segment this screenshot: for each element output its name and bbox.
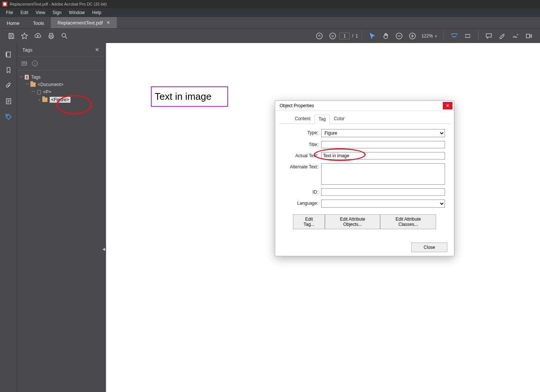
zoom-out-icon[interactable] <box>395 32 403 40</box>
star-icon[interactable] <box>21 32 28 40</box>
page-number: / 1 <box>339 33 358 39</box>
tab-document-label: ReplacementText.pdf <box>57 20 103 26</box>
svg-point-0 <box>62 33 66 37</box>
label-type: Type: <box>284 129 321 135</box>
menu-view[interactable]: View <box>32 10 49 15</box>
menu-sign[interactable]: Sign <box>49 10 65 15</box>
tab-tools[interactable]: Tools <box>26 18 51 28</box>
tags-panel: Tags ✕ ﹀ Tags ﹀ <Document> ﹀ <P> <box>17 43 105 392</box>
tree-root-label: Tags <box>31 75 40 80</box>
content-icon[interactable] <box>4 97 13 105</box>
edit-attribute-classes-button[interactable]: Edit Attribute Classes... <box>380 214 436 229</box>
tree-root[interactable]: ﹀ Tags <box>19 73 102 81</box>
language-select[interactable] <box>321 200 445 208</box>
label-title: Title: <box>284 141 321 147</box>
label-language: Language: <box>284 200 321 206</box>
label-actual-text: Actual Text: <box>284 152 321 158</box>
options-menu-icon[interactable] <box>21 60 28 67</box>
svg-rect-5 <box>7 52 10 57</box>
tree-p[interactable]: ﹀ <P> <box>19 88 102 96</box>
hand-tool-icon[interactable] <box>382 32 389 40</box>
row-title: Title: <box>284 141 445 148</box>
separator <box>444 31 444 41</box>
file-icon <box>24 75 29 80</box>
svg-point-1 <box>316 33 322 39</box>
tags-panel-header: Tags ✕ <box>17 43 105 57</box>
tab-home[interactable]: Home <box>0 18 26 28</box>
tab-content[interactable]: Content <box>291 114 315 123</box>
menu-window[interactable]: Window <box>65 10 89 15</box>
menu-edit[interactable]: Edit <box>17 10 32 15</box>
select-tool-icon[interactable] <box>369 32 376 40</box>
svg-rect-9 <box>22 62 26 65</box>
tags-panel-close-icon[interactable]: ✕ <box>95 47 99 53</box>
page-down-icon[interactable] <box>329 32 336 40</box>
page-current-input[interactable] <box>339 33 350 39</box>
search-icon[interactable] <box>61 32 68 40</box>
fit-width-icon[interactable] <box>451 32 458 40</box>
tag-icon <box>36 89 41 95</box>
thumbnails-icon[interactable] <box>4 50 13 59</box>
comment-icon[interactable] <box>485 32 493 40</box>
edit-attribute-objects-button[interactable]: Edit Attribute Objects... <box>325 214 380 229</box>
cloud-upload-icon[interactable] <box>34 32 42 40</box>
print-icon[interactable] <box>47 32 55 40</box>
info-icon[interactable] <box>31 60 39 67</box>
dialog-footer: Close <box>411 243 447 252</box>
title-input[interactable] <box>321 141 445 148</box>
close-button[interactable]: Close <box>411 243 447 252</box>
bookmarks-icon[interactable] <box>4 66 13 74</box>
tab-document[interactable]: ReplacementText.pdf ✕ <box>51 17 117 28</box>
svg-rect-6 <box>6 53 7 56</box>
tags-icon[interactable] <box>4 113 13 121</box>
tree-document[interactable]: ﹀ <Document> <box>19 81 102 88</box>
object-properties-dialog: Object Properties ✕ Content Tag Color Ty… <box>275 101 454 256</box>
chevron-down-icon: ﹀ <box>25 82 30 87</box>
fit-page-icon[interactable] <box>464 32 471 40</box>
label-id: ID: <box>284 188 321 195</box>
panel-collapse-handle[interactable]: ◀ <box>102 243 106 254</box>
dialog-button-row: Edit Tag... Edit Attribute Objects... Ed… <box>284 211 445 232</box>
title-bar: ReplacementText.pdf - Adobe Acrobat Pro … <box>0 0 540 8</box>
page-sep: / <box>352 33 353 39</box>
row-id: ID: <box>284 188 445 196</box>
type-select[interactable]: Figure <box>321 129 445 137</box>
attachments-icon[interactable] <box>4 82 13 90</box>
row-language: Language: <box>284 200 445 208</box>
zoom-value: 122% <box>421 33 433 39</box>
tab-color[interactable]: Color <box>330 114 349 123</box>
toolbar: / 1 122%▼ <box>0 28 540 43</box>
more-tools-icon[interactable] <box>525 32 533 40</box>
figure-text: Text in image <box>155 91 211 102</box>
document-viewport: Text in image Object Properties ✕ Conten… <box>105 43 540 392</box>
folder-icon <box>30 82 36 87</box>
save-icon[interactable] <box>7 32 15 40</box>
figure-element[interactable]: Text in image <box>151 86 228 107</box>
menu-file[interactable]: File <box>2 10 17 15</box>
dialog-close-button[interactable]: ✕ <box>443 102 452 109</box>
menu-help[interactable]: Help <box>89 10 105 15</box>
dialog-titlebar[interactable]: Object Properties ✕ <box>275 101 454 111</box>
app-icon <box>2 1 7 7</box>
highlight-icon[interactable] <box>498 32 506 40</box>
chevron-down-icon: ﹀ <box>31 89 36 95</box>
page-up-icon[interactable] <box>316 32 323 40</box>
chevron-down-icon: ▼ <box>434 34 438 38</box>
tree-figure[interactable]: › <Figure> <box>19 96 102 104</box>
tab-close-icon[interactable]: ✕ <box>106 20 110 25</box>
edit-tag-button[interactable]: Edit Tag... <box>293 214 325 229</box>
zoom-level[interactable]: 122%▼ <box>421 33 438 39</box>
pdf-page[interactable]: Text in image Object Properties ✕ Conten… <box>106 43 540 392</box>
tags-panel-options <box>17 57 105 70</box>
alternate-text-input[interactable] <box>321 163 445 185</box>
dialog-title: Object Properties <box>280 103 314 108</box>
separator <box>478 31 478 41</box>
tab-tag[interactable]: Tag <box>315 115 330 124</box>
folder-icon <box>42 98 47 102</box>
zoom-in-icon[interactable] <box>409 32 416 40</box>
svg-point-2 <box>330 33 336 39</box>
dialog-form: Type: Figure Title: Actual Text: <box>275 124 454 236</box>
id-input[interactable] <box>321 188 445 196</box>
sign-icon[interactable] <box>512 32 519 40</box>
actual-text-input[interactable] <box>321 152 445 159</box>
